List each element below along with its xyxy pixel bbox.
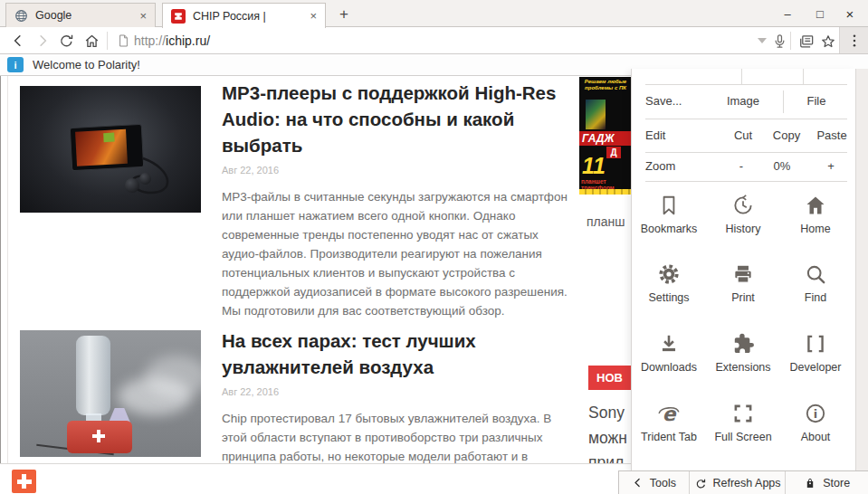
menu-item-find[interactable]: Find xyxy=(779,262,852,328)
home-icon[interactable] xyxy=(83,33,100,50)
article-image-mp3[interactable] xyxy=(20,86,201,213)
zoom-label: Zoom xyxy=(645,152,675,181)
tab-title: CHIP Россия | xyxy=(193,10,302,23)
trident-e-icon: e xyxy=(657,402,681,425)
search-icon xyxy=(804,262,827,286)
plus-icon[interactable] xyxy=(12,470,36,493)
tab-title: Google xyxy=(35,9,132,22)
url-host: ichip.ru/ xyxy=(166,33,210,48)
notification-text: Welcome to Polarity! xyxy=(33,58,140,71)
refresh-icon[interactable] xyxy=(58,33,75,50)
article-image-humidifier[interactable] xyxy=(20,330,201,457)
article-date: Авг 22, 2016 xyxy=(222,386,575,397)
dots-icon xyxy=(846,33,863,49)
zoom-in-button[interactable]: + xyxy=(827,152,835,181)
save-label: Save... xyxy=(645,84,682,119)
earbud-cable-graphic xyxy=(20,86,201,213)
minimize-button[interactable]: – xyxy=(773,0,802,27)
menu-item-home[interactable]: Home xyxy=(779,194,852,259)
article-1: MP3-плееры с поддержкой High-Res Audio: … xyxy=(222,80,575,320)
menu-row-divider xyxy=(783,90,784,113)
menu-item-bookmarks[interactable]: Bookmarks xyxy=(633,194,705,259)
gear-icon xyxy=(657,262,681,286)
titlebar: Google × CHIP Россия | × + – □ × xyxy=(0,0,868,27)
menu-item-about[interactable]: i About xyxy=(779,402,852,467)
magazine-top-text: Решаем любые проблемы с ПК xyxy=(579,77,632,91)
back-icon[interactable] xyxy=(10,33,26,49)
menu-item-history[interactable]: History xyxy=(707,194,779,259)
menu-item-full-screen[interactable]: Full Screen xyxy=(707,402,779,467)
svg-text:e: e xyxy=(663,403,677,425)
tab-close-button[interactable]: × xyxy=(310,10,317,22)
menu-zoom-row: Zoom - 0% + xyxy=(645,152,846,181)
bottle-graphic xyxy=(76,336,110,415)
menu-save-row: Save... Image File xyxy=(645,84,846,119)
menu-item-print[interactable]: Print xyxy=(707,262,779,328)
menu-item-developer[interactable]: Developer xyxy=(779,332,852,397)
earbud-graphic xyxy=(139,173,151,185)
forward-icon[interactable] xyxy=(34,33,51,49)
save-image-button[interactable]: Image xyxy=(727,84,759,119)
content-left-border xyxy=(7,76,8,463)
bookmark-icon xyxy=(657,194,681,217)
zoom-value: 0% xyxy=(774,152,791,181)
url-field[interactable]: http://ichip.ru/ xyxy=(134,27,210,53)
menu-item-downloads[interactable]: Downloads xyxy=(633,332,705,397)
browser-menu: Save... Image File Edit Cut Copy Paste Z… xyxy=(631,69,855,470)
magazine-band-text: ГАДЖ xyxy=(579,131,632,146)
menu-divider-tick xyxy=(741,69,742,84)
tab-google[interactable]: Google × xyxy=(5,3,156,27)
new-tab-button[interactable]: + xyxy=(333,4,355,25)
menu-scrollbar[interactable] xyxy=(855,69,868,470)
menu-dots-button[interactable] xyxy=(839,27,868,53)
refresh-apps-button[interactable]: Refresh Apps xyxy=(690,471,787,494)
article-2: На всех парах: тест лучших увлажнителей … xyxy=(222,328,575,466)
article-date: Авг 22, 2016 xyxy=(222,165,575,176)
svg-text:i: i xyxy=(814,407,817,421)
humidifier-graphic xyxy=(67,421,132,453)
fullscreen-icon xyxy=(731,402,755,425)
url-scheme: http:// xyxy=(134,33,166,48)
bookmark-star-icon[interactable] xyxy=(819,33,837,51)
home-filled-icon xyxy=(804,194,827,217)
store-bag-icon xyxy=(804,477,816,489)
close-button[interactable]: × xyxy=(835,0,864,27)
browser-window: Google × CHIP Россия | × + – □ × xyxy=(0,0,868,494)
menu-item-extensions[interactable]: Extensions xyxy=(707,332,779,397)
menu-item-settings[interactable]: Settings xyxy=(633,262,705,328)
store-button[interactable]: Store xyxy=(786,471,868,494)
toolbar-divider xyxy=(790,32,791,50)
article-title[interactable]: На всех парах: тест лучших увлажнителей … xyxy=(222,328,575,380)
copy-button[interactable]: Copy xyxy=(773,119,800,152)
menu-edit-row: Edit Cut Copy Paste xyxy=(645,119,846,152)
zoom-out-button[interactable]: - xyxy=(739,152,743,181)
chip-logo-icon xyxy=(171,9,186,24)
maximize-button[interactable]: □ xyxy=(806,0,835,27)
navbar: http://ichip.ru/ xyxy=(0,27,868,54)
reading-list-icon[interactable] xyxy=(797,33,816,51)
article-excerpt: MP3-файлы в считанные секунды загружаютс… xyxy=(222,187,575,320)
menu-item-trident-tab[interactable]: e Trident Tab xyxy=(633,402,705,467)
microphone-icon[interactable] xyxy=(771,33,788,50)
menu-divider xyxy=(645,181,847,182)
tools-button[interactable]: Tools xyxy=(619,471,690,494)
toolbar-divider xyxy=(107,32,108,50)
url-dropdown-icon[interactable] xyxy=(758,38,767,43)
teaser-line: Sony xyxy=(588,401,627,426)
printer-icon xyxy=(731,262,755,286)
steam-graphic xyxy=(145,356,201,397)
cut-button[interactable]: Cut xyxy=(734,119,752,152)
magazine-band-text2: Д xyxy=(606,147,621,158)
refresh-apps-icon xyxy=(694,477,707,489)
new-badge: НОВ xyxy=(588,366,631,390)
article-title[interactable]: MP3-плееры с поддержкой High-Res Audio: … xyxy=(222,80,575,158)
side-caption: планш xyxy=(587,214,625,229)
paste-button[interactable]: Paste xyxy=(816,119,846,152)
puzzle-icon xyxy=(731,332,755,356)
edit-label: Edit xyxy=(645,119,665,152)
menu-divider-tick xyxy=(803,69,804,84)
magazine-cover-banner[interactable]: Решаем любые проблемы с ПК ГАДЖ Д 11 пла… xyxy=(579,77,632,195)
tab-chip[interactable]: CHIP Россия | × xyxy=(162,3,326,28)
tab-close-button[interactable]: × xyxy=(139,10,147,22)
save-file-button[interactable]: File xyxy=(807,84,826,119)
